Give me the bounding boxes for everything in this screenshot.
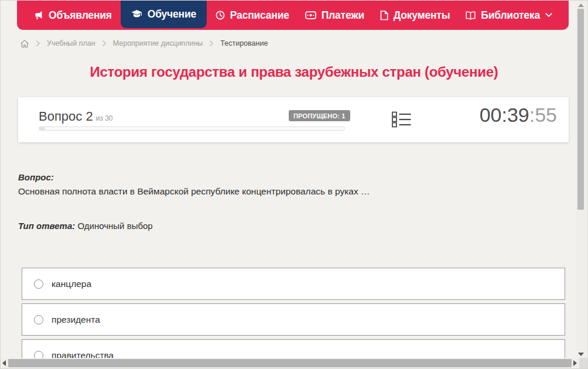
clock-icon	[216, 11, 225, 20]
breadcrumb-item-study-plan[interactable]: Учебный план	[47, 39, 95, 47]
answer-option-kanclera[interactable]: канцлера	[22, 268, 565, 300]
payment-card-icon	[305, 11, 316, 19]
question-number: Вопрос 2из 30	[39, 109, 113, 124]
answer-type-value: Одиночный выбор	[77, 221, 152, 231]
app-screen: Объявления Обучение Расписание Платежи Д…	[0, 0, 588, 369]
nav-item-schedule[interactable]: Расписание	[208, 1, 296, 30]
answer-label: президента	[52, 315, 100, 325]
progress-bar	[39, 127, 345, 131]
question-total-label: из 30	[96, 114, 113, 122]
nav-item-label: Платежи	[322, 9, 364, 22]
answer-label: канцлера	[52, 279, 91, 289]
progress-bar-fill	[39, 127, 45, 130]
document-icon	[380, 11, 388, 20]
question-list-icon[interactable]	[392, 111, 412, 129]
question-card: Вопрос 2из 30 ПРОПУЩЕНО: 1 00:39:55	[18, 97, 569, 142]
radio-button[interactable]	[34, 279, 43, 289]
nav-item-label: Расписание	[230, 9, 289, 22]
chevron-down-icon	[545, 13, 552, 18]
scroll-up-arrow-icon[interactable]	[578, 4, 584, 7]
vertical-scrollbar-thumb[interactable]	[577, 9, 584, 210]
question-text: Основная полнота власти в Веймарской рес…	[18, 186, 587, 197]
question-number-label: Вопрос 2	[39, 109, 93, 124]
graduation-cap-icon	[131, 10, 142, 19]
nav-item-announcements[interactable]: Объявления	[26, 1, 119, 30]
page-title: История государства и права зарубежных с…	[1, 62, 587, 82]
question-label: Вопрос:	[18, 172, 587, 182]
breadcrumb-item-testing: Тестирование	[220, 39, 268, 47]
timer: 00:39:55	[480, 104, 557, 127]
nav-item-label: Обучение	[148, 8, 196, 20]
scroll-left-arrow-icon[interactable]	[2, 360, 6, 366]
horizontal-scrollbar-thumb[interactable]	[8, 359, 572, 367]
top-navigation: Объявления Обучение Расписание Платежи Д…	[17, 1, 569, 30]
nav-item-payments[interactable]: Платежи	[298, 1, 371, 30]
nav-item-label: Объявления	[49, 9, 112, 22]
book-icon	[466, 11, 476, 20]
vertical-scrollbar[interactable]	[576, 1, 586, 359]
nav-item-documents[interactable]: Документы	[373, 1, 457, 30]
breadcrumb: Учебный план Мероприятие дисциплины Тест…	[20, 38, 587, 49]
scrollbar-corner	[579, 358, 587, 368]
chevron-right-icon	[209, 40, 214, 47]
chevron-right-icon	[102, 40, 107, 47]
nav-item-learning[interactable]: Обучение	[121, 1, 207, 28]
nav-item-library[interactable]: Библиотека	[459, 1, 559, 30]
chevron-right-icon	[36, 40, 40, 47]
horizontal-scrollbar[interactable]	[1, 358, 580, 368]
skipped-badge: ПРОПУЩЕНО: 1	[289, 110, 350, 121]
nav-item-label: Библиотека	[481, 9, 540, 22]
timer-minutes: 00:39	[480, 104, 529, 126]
timer-seconds: :55	[529, 104, 557, 126]
answers-list: канцлера президента правительства	[22, 268, 565, 369]
megaphone-icon	[33, 11, 43, 20]
answer-option-prezidenta[interactable]: президента	[22, 303, 565, 336]
nav-item-label: Документы	[394, 9, 450, 22]
scroll-right-arrow-icon[interactable]	[573, 360, 577, 366]
answer-type-row: Тип ответа: Одиночный выбор	[18, 221, 587, 231]
scroll-down-arrow-icon[interactable]	[578, 353, 584, 356]
answer-type-label: Тип ответа:	[18, 221, 75, 231]
home-icon[interactable]	[20, 39, 29, 48]
breadcrumb-item-discipline-event[interactable]: Мероприятие дисциплины	[113, 39, 203, 47]
radio-button[interactable]	[34, 315, 43, 324]
